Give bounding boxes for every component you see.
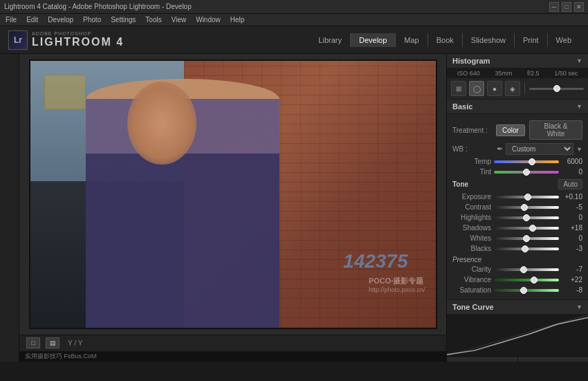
focal-value: 35mm <box>495 70 512 77</box>
shadows-row: Shadows +18 <box>447 223 588 233</box>
highlights-value: 0 <box>562 214 582 221</box>
redeye-tool[interactable]: ● <box>487 81 502 96</box>
bw-button[interactable]: Black & White <box>529 120 582 140</box>
copyright-text: 实用摄影技巧 FsBus.CoM <box>25 352 97 361</box>
vibrance-value: +22 <box>562 276 582 284</box>
exposure-slider[interactable] <box>494 196 559 198</box>
reset-button[interactable]: Reset <box>518 357 589 362</box>
shadows-slider[interactable] <box>494 227 559 230</box>
previous-button[interactable]: Previous <box>447 357 518 362</box>
temp-slider[interactable] <box>494 160 559 163</box>
menu-view[interactable]: View <box>172 16 187 24</box>
color-button[interactable]: Color <box>496 124 525 136</box>
tool-slider-area <box>529 88 584 90</box>
left-panel <box>0 54 19 362</box>
tab-book[interactable]: Book <box>428 33 462 47</box>
photo-frame: 142375 POCO·摄影专题 http://photo.poco.cn/ <box>29 59 437 329</box>
clarity-label: Clarity <box>452 266 491 273</box>
top-bar: Lr ADOBE PHOTOSHOP LIGHTROOM 4 Library D… <box>0 26 588 54</box>
tab-library[interactable]: Library <box>310 33 350 47</box>
shutter-value: 1/50 sec <box>554 70 578 77</box>
wb-label: WB : <box>452 145 494 153</box>
saturation-row: Saturation -8 <box>447 285 588 295</box>
tool-slider[interactable] <box>529 88 584 90</box>
basic-title: Basic <box>452 102 472 111</box>
tone-curve-header[interactable]: Tone Curve ▼ <box>447 300 588 315</box>
menu-window[interactable]: Window <box>196 16 221 24</box>
wb-dropdown-arrow[interactable]: ▼ <box>576 146 582 153</box>
menu-bar: File Edit Develop Photo Settings Tools V… <box>0 14 588 26</box>
exposure-row: Exposure +0.10 <box>447 192 588 202</box>
gradient-tool[interactable]: ◈ <box>505 81 520 96</box>
view-mode-label: Y / Y <box>68 340 82 347</box>
clarity-row: Clarity -7 <box>447 264 588 275</box>
wb-select[interactable]: Custom As Shot Auto Daylight Cloudy Shad… <box>506 143 573 155</box>
temp-row: Temp 6000 <box>447 156 588 167</box>
contrast-label: Contrast <box>452 203 491 211</box>
tone-label: Tone <box>452 180 468 188</box>
auto-button[interactable]: Auto <box>558 179 582 189</box>
exposure-value: +0.10 <box>562 193 582 201</box>
vibrance-label: Vibrance <box>452 276 491 284</box>
menu-tools[interactable]: Tools <box>145 16 161 24</box>
menu-file[interactable]: File <box>6 16 17 24</box>
maximize-button[interactable]: □ <box>562 2 571 12</box>
whites-slider[interactable] <box>494 237 559 240</box>
heal-tool[interactable]: ◯ <box>469 81 484 96</box>
basic-arrow: ▼ <box>576 103 582 110</box>
view-compare-icon[interactable]: ▤ <box>46 337 59 349</box>
tab-print[interactable]: Print <box>514 33 547 47</box>
basic-panel: Treatment : Color Black & White WB : ✒ C… <box>447 114 588 299</box>
svg-line-1 <box>447 315 588 356</box>
logo-area: Lr ADOBE PHOTOSHOP LIGHTROOM 4 <box>8 30 124 50</box>
menu-help[interactable]: Help <box>230 16 245 24</box>
histogram-info: ISO 640 35mm f/2.5 1/50 sec <box>447 68 588 78</box>
tab-map[interactable]: Map <box>395 33 427 47</box>
center-area: 142375 POCO·摄影专题 http://photo.poco.cn/ □… <box>19 54 446 362</box>
menu-settings[interactable]: Settings <box>111 16 136 24</box>
histogram-arrow: ▼ <box>576 57 582 64</box>
vibrance-slider[interactable] <box>494 279 559 281</box>
whites-value: 0 <box>562 234 582 242</box>
tone-curve-arrow: ▼ <box>576 304 582 310</box>
photo-container: 142375 POCO·摄影专题 http://photo.poco.cn/ <box>19 54 446 335</box>
menu-edit[interactable]: Edit <box>26 16 38 24</box>
treatment-label: Treatment : <box>452 127 492 134</box>
view-normal-icon[interactable]: □ <box>26 337 40 349</box>
histogram-header[interactable]: Histogram ▼ <box>447 54 588 68</box>
basic-panel-header[interactable]: Basic ▼ <box>447 100 588 114</box>
highlights-row: Highlights 0 <box>447 212 588 223</box>
highlights-label: Highlights <box>452 214 491 221</box>
window-title: Lightroom 4 Catalog - Adobe Photoshop Li… <box>4 3 192 10</box>
copyright-bar: 实用摄影技巧 FsBus.CoM <box>19 351 446 362</box>
saturation-slider[interactable] <box>494 289 559 292</box>
blacks-slider[interactable] <box>494 248 559 250</box>
tint-slider[interactable] <box>494 171 559 174</box>
adobe-label: ADOBE PHOTOSHOP <box>32 31 124 36</box>
shadows-value: +18 <box>562 224 582 232</box>
menu-develop[interactable]: Develop <box>48 16 73 24</box>
close-button[interactable]: ✕ <box>574 2 584 12</box>
tab-slideshow[interactable]: Slideshow <box>462 33 514 47</box>
histogram-title: Histogram <box>452 57 490 65</box>
window-controls[interactable]: ─ □ ✕ <box>549 2 584 12</box>
tint-label: Tint <box>452 168 491 176</box>
poco-watermark: POCO·摄影专题 http://photo.poco.cn/ <box>369 276 425 293</box>
contrast-slider[interactable] <box>494 206 559 209</box>
eyedropper-icon[interactable]: ✒ <box>497 145 503 154</box>
app-name: LIGHTROOM 4 <box>32 36 124 48</box>
blacks-value: -3 <box>562 245 582 252</box>
crop-tool[interactable]: ⊞ <box>451 81 466 96</box>
tint-value: 0 <box>562 168 582 176</box>
clarity-value: -7 <box>562 266 582 273</box>
menu-photo[interactable]: Photo <box>83 16 101 24</box>
tab-develop[interactable]: Develop <box>350 33 395 47</box>
treatment-row: Treatment : Color Black & White <box>447 118 588 142</box>
presence-label: Presence <box>447 254 588 264</box>
highlights-slider[interactable] <box>494 216 559 219</box>
clarity-slider[interactable] <box>494 268 559 271</box>
saturation-label: Saturation <box>452 286 491 294</box>
minimize-button[interactable]: ─ <box>549 2 559 12</box>
tone-curve-section: Tone Curve ▼ <box>447 299 588 356</box>
tab-web[interactable]: Web <box>547 33 580 47</box>
